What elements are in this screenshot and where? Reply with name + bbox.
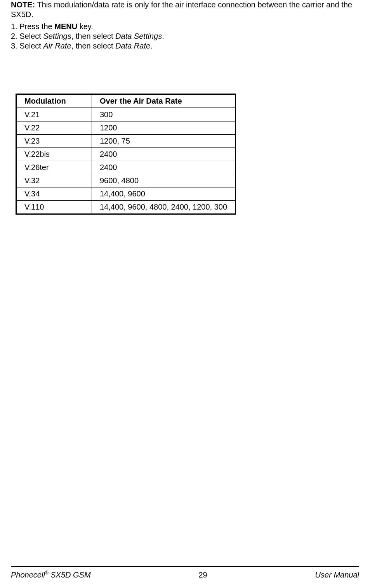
step-3-prefix: 3. Select xyxy=(11,42,43,50)
cell-modulation: V.22 xyxy=(16,121,92,135)
cell-modulation: V.22bis xyxy=(16,148,92,161)
footer-left: Phonecell® SX5D GSM xyxy=(11,570,91,579)
table-row: V.26ter 2400 xyxy=(16,161,236,174)
page-footer: Phonecell® SX5D GSM 29 User Manual xyxy=(11,566,359,579)
page-content: NOTE: This modulation/data rate is only … xyxy=(11,0,359,215)
step-3-italic2: Data Rate xyxy=(115,42,150,50)
cell-modulation: V.34 xyxy=(16,187,92,201)
cell-modulation: V.21 xyxy=(16,108,92,121)
footer-brand: Phonecell xyxy=(11,571,45,579)
cell-modulation: V.110 xyxy=(16,201,92,214)
table-row: V.21 300 xyxy=(16,108,236,121)
step-2-italic1: Settings xyxy=(43,32,71,40)
step-1-prefix: 1. Press the xyxy=(11,22,54,31)
cell-rate: 2400 xyxy=(92,148,236,161)
table-row: V.22bis 2400 xyxy=(16,148,236,161)
step-2-suffix: . xyxy=(162,32,164,40)
step-2-italic2: Data Settings xyxy=(115,32,162,40)
cell-modulation: V.26ter xyxy=(16,161,92,174)
note-text: This modulation/data rate is only for th… xyxy=(11,0,352,19)
cell-rate: 1200, 75 xyxy=(92,135,236,148)
footer-right: User Manual xyxy=(315,571,359,579)
cell-rate: 14,400, 9600 xyxy=(92,187,236,201)
step-3-suffix: . xyxy=(150,42,153,50)
note-label: NOTE: xyxy=(11,0,35,9)
step-2-mid: , then select xyxy=(71,32,115,40)
footer-registered: ® xyxy=(45,570,49,576)
table-row: V.110 14,400, 9600, 4800, 2400, 1200, 30… xyxy=(16,201,236,214)
note-paragraph: NOTE: This modulation/data rate is only … xyxy=(11,0,359,19)
steps-list: 1. Press the MENU key. 2. Select Setting… xyxy=(11,22,359,51)
table-row: V.22 1200 xyxy=(16,121,236,135)
step-2: 2. Select Settings, then select Data Set… xyxy=(11,31,359,41)
step-1: 1. Press the MENU key. xyxy=(11,22,359,31)
header-data-rate: Over the Air Data Rate xyxy=(92,94,236,108)
header-modulation: Modulation xyxy=(16,94,92,108)
footer-page-number: 29 xyxy=(198,571,207,579)
cell-modulation: V.23 xyxy=(16,135,92,148)
cell-rate: 1200 xyxy=(92,121,236,135)
table-body: V.21 300 V.22 1200 V.23 1200, 75 V.22bis… xyxy=(16,108,236,214)
step-2-prefix: 2. Select xyxy=(11,32,43,40)
cell-rate: 9600, 4800 xyxy=(92,174,236,187)
table-row: V.23 1200, 75 xyxy=(16,135,236,148)
table-header-row: Modulation Over the Air Data Rate xyxy=(16,94,236,108)
cell-rate: 300 xyxy=(92,108,236,121)
step-1-bold: MENU xyxy=(54,22,77,31)
step-3-italic1: Air Rate xyxy=(43,42,71,50)
cell-rate: 2400 xyxy=(92,161,236,174)
modulation-table: Modulation Over the Air Data Rate V.21 3… xyxy=(16,94,236,215)
modulation-table-wrap: Modulation Over the Air Data Rate V.21 3… xyxy=(16,94,359,215)
cell-rate: 14,400, 9600, 4800, 2400, 1200, 300 xyxy=(92,201,236,214)
step-3-mid: , then select xyxy=(71,42,115,50)
table-row: V.34 14,400, 9600 xyxy=(16,187,236,201)
step-3: 3. Select Air Rate, then select Data Rat… xyxy=(11,41,359,51)
cell-modulation: V.32 xyxy=(16,174,92,187)
table-row: V.32 9600, 4800 xyxy=(16,174,236,187)
step-1-suffix: key. xyxy=(77,22,93,31)
footer-model: SX5D GSM xyxy=(49,571,91,579)
